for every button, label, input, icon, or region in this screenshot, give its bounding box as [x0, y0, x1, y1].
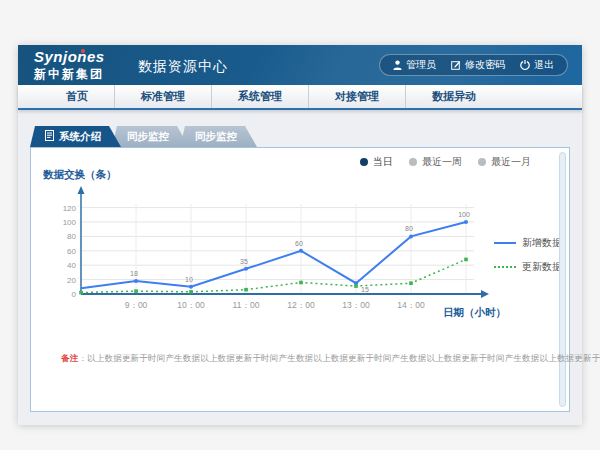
nav-item-home[interactable]: 首页: [40, 85, 114, 108]
app-header: Synjones 新中新集团 数据资源中心 管理员 修改密码: [18, 45, 582, 85]
data-point-label: 60: [295, 240, 303, 247]
y-tick-label: 80: [67, 232, 76, 241]
data-point-marker: [409, 234, 413, 238]
x-tick-label: 11：00: [233, 300, 260, 310]
chart-legend: 新增数据 更新数据: [494, 236, 562, 284]
legend-item-updated-data: 更新数据: [494, 260, 562, 274]
data-point-label: 35: [240, 258, 248, 265]
series-line: [81, 259, 466, 292]
tab-sync-monitor-2[interactable]: 同步监控: [180, 126, 257, 147]
company-logo: Synjones 新中新集团: [34, 48, 105, 83]
data-point-marker: [354, 284, 358, 288]
y-axis-title: 数据交换（条）: [43, 168, 117, 182]
data-point-marker: [464, 258, 468, 262]
radio-label: 最近一周: [422, 155, 462, 169]
radio-today[interactable]: 当日: [360, 155, 393, 169]
chart-panel: 当日 最近一周 最近一月 数据交换（条） 0204060801001209：00…: [30, 147, 570, 412]
nav-item-data-change[interactable]: 数据异动: [405, 85, 502, 108]
logo-dot: [81, 49, 85, 53]
data-point-marker: [244, 288, 248, 292]
data-point-marker: [134, 279, 138, 283]
logout-label: 退出: [534, 58, 554, 72]
radio-dot: [478, 158, 486, 166]
radio-dot-selected: [360, 158, 368, 166]
x-axis-title: 日期（小时）: [443, 306, 506, 320]
change-password-button[interactable]: 修改密码: [451, 58, 505, 72]
content-area: 系统介绍 同步监控 同步监控 当日 最近一周: [18, 112, 582, 425]
data-point-marker: [464, 220, 468, 224]
change-password-label: 修改密码: [465, 58, 505, 72]
radio-label: 当日: [373, 155, 393, 169]
main-nav: 首页 标准管理 系统管理 对接管理 数据异动: [18, 85, 582, 110]
power-icon: [520, 60, 530, 70]
line-chart: 0204060801001209：0010：0011：0012：0013：001…: [39, 182, 509, 332]
data-point-label: 80: [405, 225, 413, 232]
footnote-text: ：以上数据更新于时间产生数据以上数据更新于时间产生数据以上数据更新于时间产生数据…: [78, 353, 600, 363]
data-point-marker: [79, 291, 83, 295]
y-axis-arrow: [78, 186, 85, 194]
y-tick-label: 120: [63, 204, 77, 213]
tab-label: 系统介绍: [59, 130, 101, 144]
logout-button[interactable]: 退出: [520, 58, 554, 72]
x-tick-label: 12：00: [287, 300, 315, 310]
edit-icon: [451, 60, 461, 70]
radio-last-week[interactable]: 最近一周: [409, 155, 462, 169]
x-tick-label: 14：00: [397, 300, 425, 310]
tab-label: 同步监控: [195, 130, 237, 144]
y-tick-label: 60: [67, 247, 76, 256]
x-tick-label: 13：00: [342, 300, 370, 310]
data-point-label: 10: [185, 276, 193, 283]
nav-item-interface-mgmt[interactable]: 对接管理: [308, 85, 405, 108]
user-icon: [393, 60, 402, 70]
data-point-marker: [189, 285, 193, 289]
x-axis-arrow: [481, 290, 489, 298]
legend-swatch-dotted-line: [494, 266, 516, 268]
admin-user-button[interactable]: 管理员: [393, 58, 436, 72]
data-point-label: 15: [361, 286, 369, 293]
radio-last-month[interactable]: 最近一月: [478, 155, 531, 169]
y-tick-label: 100: [63, 218, 77, 227]
data-point-marker: [409, 281, 413, 285]
tab-label: 同步监控: [127, 130, 169, 144]
radio-label: 最近一月: [491, 155, 531, 169]
data-point-marker: [299, 249, 303, 253]
tab-sync-monitor-1[interactable]: 同步监控: [112, 126, 189, 147]
y-tick-label: 40: [67, 261, 76, 270]
data-point-marker: [134, 289, 138, 293]
legend-label: 新增数据: [522, 236, 562, 250]
chart-canvas: 0204060801001209：0010：0011：0012：0013：001…: [39, 182, 509, 332]
radio-dot: [409, 158, 417, 166]
period-filter: 当日 最近一周 最近一月: [360, 155, 531, 169]
tab-bar: 系统介绍 同步监控 同步监控: [30, 126, 257, 147]
tab-system-intro[interactable]: 系统介绍: [30, 126, 121, 147]
legend-item-new-data: 新增数据: [494, 236, 562, 250]
document-icon: [45, 130, 54, 143]
user-menu: 管理员 修改密码 退出: [379, 54, 568, 76]
nav-item-system-mgmt[interactable]: 系统管理: [211, 85, 308, 108]
x-tick-label: 10：00: [177, 300, 205, 310]
panel-scrollbar[interactable]: [559, 152, 566, 407]
data-point-label: 100: [458, 211, 470, 218]
x-tick-label: 9：00: [125, 300, 148, 310]
footnote-label: 备注: [61, 353, 78, 363]
data-point-marker: [299, 281, 303, 285]
logo-text-en: Synjones: [34, 48, 105, 65]
y-tick-label: 20: [67, 276, 76, 285]
data-point-label: 18: [130, 270, 138, 277]
y-tick-label: 0: [72, 290, 77, 299]
page-title: 数据资源中心: [138, 58, 228, 76]
app-window: Synjones 新中新集团 数据资源中心 管理员 修改密码: [18, 45, 582, 425]
nav-item-standard-mgmt[interactable]: 标准管理: [114, 85, 211, 108]
logo-text-cn: 新中新集团: [34, 66, 105, 83]
data-point-marker: [244, 267, 248, 271]
legend-swatch-solid-line: [494, 242, 516, 244]
footnote: 备注：以上数据更新于时间产生数据以上数据更新于时间产生数据以上数据更新于时间产生…: [61, 353, 600, 365]
admin-user-label: 管理员: [406, 58, 436, 72]
legend-label: 更新数据: [522, 260, 562, 274]
data-point-marker: [189, 290, 193, 294]
